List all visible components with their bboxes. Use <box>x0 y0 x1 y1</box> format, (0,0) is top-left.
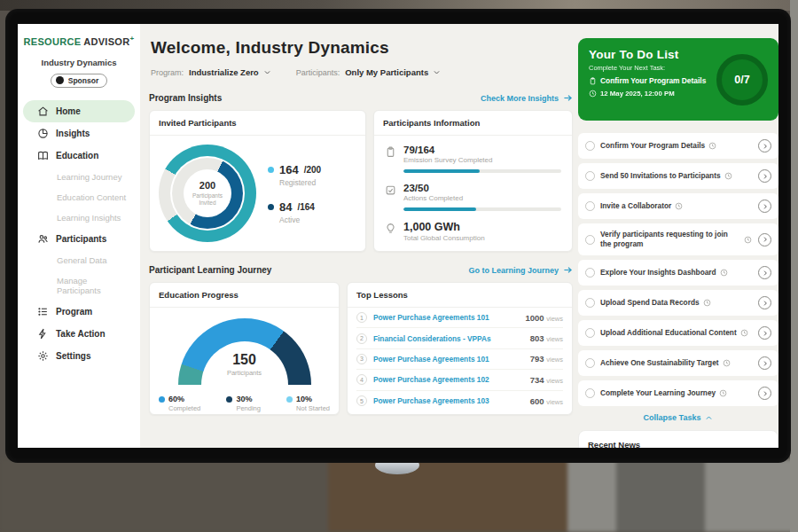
task-open-button[interactable] <box>758 356 771 370</box>
task-checkbox[interactable] <box>585 268 595 278</box>
clock-icon <box>740 329 748 337</box>
background-block <box>616 459 705 532</box>
task-invite-a-collaborator[interactable]: Invite a Collaborator <box>578 193 778 219</box>
logo-primary: RESOURCE <box>24 36 82 47</box>
sidebar-item-manage-participants[interactable]: Manage Participants <box>23 270 135 301</box>
sponsor-badge-label: Sponsor <box>68 76 98 85</box>
sidebar-item-label: Take Action <box>56 329 106 339</box>
task-open-button[interactable] <box>758 169 771 183</box>
lesson-row[interactable]: 1Power Purchase Agreements 1011000 views <box>356 308 563 328</box>
legend-percent: 60% <box>168 395 184 403</box>
lesson-link[interactable]: Power Purchase Agreements 101 <box>373 355 524 364</box>
learning-journey-title: Participant Learning Journey <box>149 265 271 275</box>
legend-value: 84 <box>279 200 292 214</box>
lesson-views-count: 600 <box>530 396 547 406</box>
sidebar-item-label: Insights <box>56 129 90 138</box>
task-open-button[interactable] <box>758 296 771 309</box>
todo-progress-value: 0/7 <box>734 74 749 86</box>
top-lessons-title: Top Lessons <box>348 283 572 308</box>
main-content: Welcome, Industry Dynamics Program: Indu… <box>149 24 573 448</box>
stat-label: Actions Completed <box>403 194 561 202</box>
sidebar-item-program[interactable]: Program <box>23 301 135 323</box>
participants-stats: 79/164Emission Survey Completed23/50Acti… <box>374 136 572 261</box>
task-open-button[interactable] <box>758 233 771 246</box>
task-label: Achieve One Sustainability Target <box>600 358 719 368</box>
task-label: Invite a Collaborator <box>600 201 671 211</box>
task-open-button[interactable] <box>758 266 771 279</box>
lesson-views: 803 views <box>530 333 563 343</box>
participants-filter[interactable]: Participants: Only My Participants <box>296 67 442 77</box>
task-verify-participants-requesting-to-join-the-program[interactable]: Verify participants requesting to join t… <box>578 223 778 255</box>
survey-icon <box>385 146 396 158</box>
legend-dot-icon <box>286 396 293 403</box>
legend-dot-icon <box>268 204 274 210</box>
background-block <box>0 459 328 532</box>
sidebar-item-insights[interactable]: Insights <box>23 122 135 145</box>
task-open-button[interactable] <box>758 326 771 340</box>
collapse-tasks-link[interactable]: Collapse Tasks <box>578 413 778 422</box>
task-open-button[interactable] <box>758 387 771 400</box>
lesson-views-count: 1000 <box>525 313 546 323</box>
sidebar-item-label: Manage Participants <box>57 276 128 295</box>
stat-progress-fill <box>403 169 480 173</box>
task-upload-spend-data-records[interactable]: Upload Spend Data Records <box>578 290 778 316</box>
lesson-link[interactable]: Power Purchase Agreements 101 <box>373 313 519 322</box>
program-filter[interactable]: Program: Industrialize Zero <box>151 67 271 77</box>
recent-news-title: Recent News <box>588 440 769 448</box>
lesson-row[interactable]: 4Power Purchase Agreements 102734 views <box>356 370 563 390</box>
task-checkbox[interactable] <box>585 235 595 245</box>
lesson-row[interactable]: 5Power Purchase Agreements 103600 views <box>356 391 563 411</box>
stat-value: 1,000 GWh <box>403 221 485 233</box>
lesson-views-count: 803 <box>530 333 547 343</box>
task-achieve-one-sustainability-target[interactable]: Achieve One Sustainability Target <box>578 350 778 376</box>
top-lessons-list: 1Power Purchase Agreements 1011000 views… <box>348 308 572 411</box>
clock-icon <box>744 236 752 244</box>
sidebar-item-settings[interactable]: Settings <box>23 345 135 367</box>
sidebar-item-education[interactable]: Education <box>23 145 135 167</box>
invited-participants-body: 200 Participants Invited 164/200Register… <box>150 136 365 251</box>
legend-percent: 30% <box>236 395 252 403</box>
task-checkbox[interactable] <box>585 141 595 151</box>
gauge-legend-row: 30% <box>226 395 261 403</box>
lesson-link[interactable]: Power Purchase Agreements 102 <box>373 375 524 384</box>
sidebar-item-learning-insights[interactable]: Learning Insights <box>23 207 135 228</box>
lesson-link[interactable]: Power Purchase Agreements 103 <box>373 396 524 405</box>
sidebar-item-learning-journey[interactable]: Learning Journey <box>23 167 135 187</box>
sidebar-item-take-action[interactable]: Take Action <box>23 323 135 345</box>
gauge-legend-row: 10% <box>286 395 330 403</box>
task-checkbox[interactable] <box>585 358 595 368</box>
task-open-button[interactable] <box>758 139 771 153</box>
task-checkbox[interactable] <box>585 388 595 398</box>
task-checkbox[interactable] <box>585 201 595 211</box>
actions-icon <box>385 184 396 196</box>
program-filter-value: Industrialize Zero <box>189 67 259 77</box>
todo-panel: Your To Do List Complete Your Next Task:… <box>578 38 778 121</box>
check-more-insights-link[interactable]: Check More Insights <box>481 93 573 103</box>
go-to-learning-journey-link[interactable]: Go to Learning Journey <box>468 265 573 275</box>
lesson-row[interactable]: 2Financial Considerations - VPPAs803 vie… <box>356 328 563 348</box>
task-upload-additional-educational-content[interactable]: Upload Additional Educational Content <box>578 320 778 346</box>
task-confirm-your-program-details[interactable]: Confirm Your Program Details <box>578 133 778 159</box>
task-open-button[interactable] <box>758 200 771 213</box>
sidebar-item-home[interactable]: Home <box>23 100 135 122</box>
task-checkbox[interactable] <box>585 328 595 338</box>
sponsor-badge[interactable]: Sponsor <box>51 74 107 88</box>
sidebar-item-education-content[interactable]: Education Content <box>23 187 135 207</box>
clock-icon <box>675 202 683 210</box>
task-checkbox[interactable] <box>585 171 595 181</box>
task-complete-your-learning-journey[interactable]: Complete Your Learning Journey <box>578 380 778 406</box>
lesson-views-word: views <box>546 377 563 385</box>
sidebar-item-general-data[interactable]: General Data <box>23 250 135 270</box>
lesson-link[interactable]: Financial Considerations - VPPAs <box>373 334 524 343</box>
sidebar-item-label: Settings <box>56 351 90 361</box>
sidebar-item-participants[interactable]: Participants <box>23 228 135 250</box>
lesson-rank-badge: 3 <box>356 354 367 364</box>
task-explore-your-insights-dashboard[interactable]: Explore Your Insights Dashboard <box>578 260 778 286</box>
task-send-50-invitations-to-participants[interactable]: Send 50 Invitations to Participants <box>578 163 778 189</box>
stat-value: 23/50 <box>403 183 561 193</box>
learning-journey-header: Participant Learning Journey Go to Learn… <box>149 265 573 275</box>
monitor-bezel: RESOURCE ADVISOR+ Industry Dynamics Spon… <box>5 9 791 463</box>
task-checkbox[interactable] <box>585 298 595 308</box>
donut-center-label: Participants Invited <box>188 192 227 207</box>
lesson-row[interactable]: 3Power Purchase Agreements 101793 views <box>356 349 563 370</box>
